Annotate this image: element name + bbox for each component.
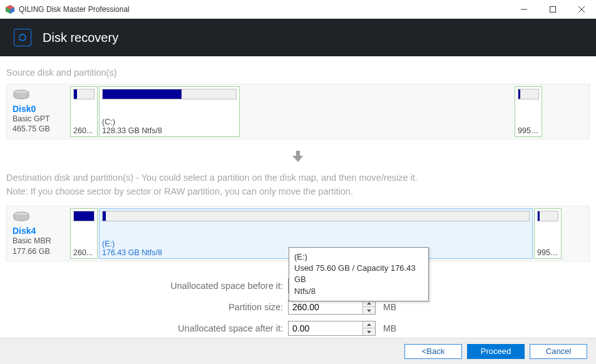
after-spinner[interactable] — [288, 321, 376, 336]
before-label: Unallocated space before it: — [6, 281, 288, 291]
source-disk-type: Basic GPT — [13, 114, 65, 124]
window-title: QILING Disk Master Professional — [19, 5, 510, 14]
size-input[interactable] — [289, 300, 362, 314]
spin-down-icon[interactable] — [363, 307, 375, 314]
size-spinner[interactable] — [288, 300, 376, 315]
recovery-icon — [14, 29, 31, 46]
dest-disk-size: 177.66 GB — [13, 246, 65, 256]
source-disk-map: Disk0 Basic GPT 465.75 GB 260...(C:) 128… — [6, 84, 590, 139]
size-label: Partition size: — [6, 302, 288, 312]
source-section-label: Source disk and partition(s) — [6, 68, 590, 78]
tooltip-fs: Ntfs/8 — [294, 286, 423, 297]
partition-label: 995.... — [537, 248, 558, 257]
proceed-button[interactable]: Proceed — [467, 344, 525, 359]
spin-up-icon[interactable] — [363, 321, 375, 329]
svg-marker-13 — [367, 310, 371, 312]
partition-cell[interactable]: 995.... — [515, 86, 542, 137]
svg-rect-4 — [550, 6, 556, 12]
after-unit: MB — [383, 323, 396, 333]
maximize-button[interactable] — [538, 0, 567, 19]
cancel-button[interactable]: Cancel — [530, 344, 587, 359]
source-disk-size: 465.75 GB — [13, 124, 65, 134]
partition-tooltip: (E:) Used 75.60 GB / Capacity 176.43 GB … — [289, 247, 429, 301]
dest-section-label: Destination disk and partition(s) - You … — [6, 171, 590, 199]
arrow-down-icon — [6, 149, 590, 163]
app-icon — [5, 4, 15, 14]
partition-label: 260... — [73, 248, 95, 257]
partition-cell[interactable]: 260... — [70, 86, 98, 137]
svg-marker-15 — [367, 331, 371, 333]
dest-disk-info[interactable]: Disk4 Basic MBR 177.66 GB — [9, 208, 69, 259]
source-disk-info[interactable]: Disk0 Basic GPT 465.75 GB — [9, 86, 69, 137]
partition-label: 995.... — [518, 126, 539, 135]
spin-down-icon[interactable] — [363, 328, 375, 335]
size-unit: MB — [383, 302, 396, 312]
titlebar: QILING Disk Master Professional — [0, 0, 596, 19]
partition-label: 260... — [73, 126, 95, 135]
after-label: Unallocated space after it: — [6, 323, 288, 333]
tooltip-usage: Used 75.60 GB / Capacity 176.43 GB — [294, 263, 423, 285]
dest-disk-name: Disk4 — [13, 226, 65, 236]
partition-label: (C:) 128.33 GB Ntfs/8 — [102, 118, 237, 135]
source-disk-name: Disk0 — [13, 104, 65, 114]
dest-disk-type: Basic MBR — [13, 236, 65, 246]
page-banner: Disk recovery — [0, 19, 596, 56]
back-button[interactable]: <Back — [404, 344, 462, 359]
minimize-button[interactable] — [510, 0, 538, 19]
tooltip-drive: (E:) — [294, 251, 423, 263]
button-bar: <Back Proceed Cancel — [0, 338, 596, 364]
partition-cell[interactable]: (C:) 128.33 GB Ntfs/8 — [99, 86, 240, 137]
svg-marker-14 — [367, 323, 371, 326]
close-button[interactable] — [567, 0, 596, 19]
partition-cell[interactable]: 995.... — [534, 208, 562, 259]
page-title: Disk recovery — [43, 31, 118, 45]
hdd-icon — [13, 211, 30, 223]
after-input[interactable] — [289, 321, 362, 335]
hdd-icon — [13, 89, 30, 101]
partition-cell[interactable]: 260... — [70, 208, 98, 259]
svg-marker-12 — [367, 302, 371, 305]
